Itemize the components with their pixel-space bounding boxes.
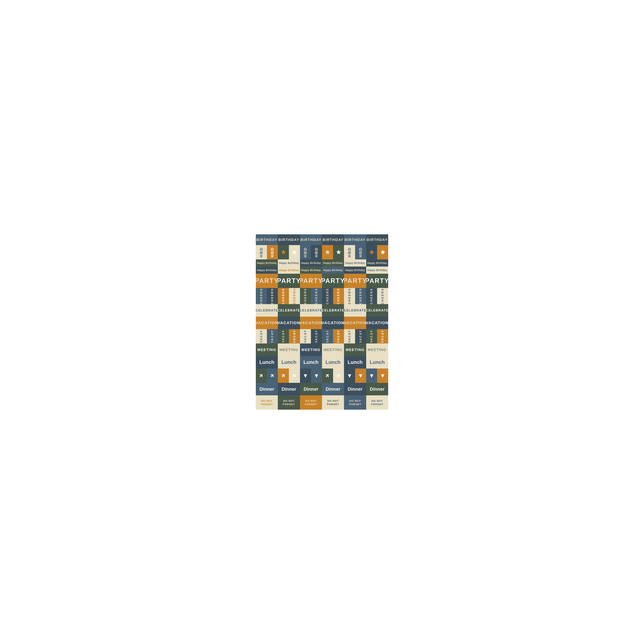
dinner-cell-3: Dinner [300,383,322,395]
arrow-cell-6b: ▼ [377,369,388,383]
star-cell-4b: ★ [333,245,344,259]
plane-cell-2a: ✈ [278,369,289,383]
vacay-cell-1b: VACAY [267,329,278,343]
cheers-cell-3b: CHEERS [311,288,322,304]
row-celebrate: CELEBRATE CELEBRATE CELEBRATE CELEBRATE … [256,304,388,317]
celebrate-cell-4: CELEBRATE [322,304,344,317]
dinner-cell-1: Dinner [256,383,278,395]
plane-cell-1b: ✈ [267,369,278,383]
vacay-cell-5b: VACAY [355,329,366,343]
cheers-cell-2a: CHEERS [278,288,289,304]
vacay-cell-3a: VACAY [300,329,311,343]
row-lunch: Lunch Lunch Lunch Lunch Lunch Lunch [256,356,388,369]
row-donotforget: DO NOTFORGET DO NOTFORGET DO NOTFORGET D… [256,395,388,410]
celebrate-cell-3: CELEBRATE [300,304,322,317]
hbday1-cell-1: Happy Birthday [256,259,278,267]
hbd-cell-5a: HBD [344,245,355,259]
party-cell-5: PARTY [344,274,366,288]
vacation-cell-4: VACATION [322,317,344,329]
vacay-cell-4b: VACAY [333,329,344,343]
lunch-cell-3: Lunch [300,356,322,369]
hbday2-cell-5: Happy Birthday [344,267,366,274]
hbday1-cell-6: Happy Birthday [366,259,388,267]
party-cell-1: PARTY [256,274,278,288]
birthday-cell-6: BIRTHDAY [366,234,388,245]
dinner-cell-2: Dinner [278,383,300,395]
lunch-cell-1: Lunch [256,356,278,369]
vacay-cell-6a: VACAY [366,329,377,343]
vacay-cell-5a: VACAY [344,329,355,343]
cheers-cell-6a: CHEERS [366,288,377,304]
meeting-cell-1: MEETING [256,343,278,356]
dnf-cell-4: DO NOTFORGET [322,395,344,410]
row-vacation: VACATION VACATION VACATION VACATION VACA… [256,317,388,329]
birthday-cell-2: BIRTHDAY [278,234,300,245]
plane-cell-1a: ✈ [256,369,267,383]
dinner-cell-5: Dinner [344,383,366,395]
hbd-cell-5b: HBD [355,245,366,259]
cheers-cell-5a: CHEERS [344,288,355,304]
meeting-cell-5: MEETING [344,343,366,356]
hbd-cell-3a: HBD [300,245,311,259]
celebrate-cell-2: CELEBRATE [278,304,300,317]
cheers-cell-1a: CHEERS [256,288,267,304]
row-birthday: BIRTHDAY BIRTHDAY BIRTHDAY BIRTHDAY BIRT… [256,234,388,245]
star-cell-2a: ★ [278,245,289,259]
hbday2-cell-3: Happy Birthday [300,267,322,274]
vacation-cell-6: VACATION [366,317,388,329]
dnf-cell-2: DO NOTFORGET [278,395,300,410]
plane-cell-4a: ✈ [322,369,333,383]
star-cell-6b: ★ [377,245,388,259]
arrow-cell-3b: ▼ [311,369,322,383]
arrow-cell-5a: ▼ [344,369,355,383]
vacay-cell-1a: VACAY [256,329,267,343]
hbday1-cell-4: Happy Birthday [322,259,344,267]
birthday-cell-4: BIRTHDAY [322,234,344,245]
dnf-cell-1: DO NOTFORGET [256,395,278,410]
vacation-cell-2: VACATION [278,317,300,329]
vacation-cell-3: VACATION [300,317,322,329]
hbd-cell-1a: HBD [256,245,267,259]
hbd-cell-1b: HBD [267,245,278,259]
row-cheers: CHEERS CHEERS CHEERS CHEERS CHEERS CHEER… [256,288,388,304]
row-happybday1: Happy Birthday Happy Birthday Happy Birt… [256,259,388,267]
hbday1-cell-2: Happy Birthday [278,259,300,267]
arrow-cell-3a: ▼ [300,369,311,383]
cheers-cell-4b: CHEERS [333,288,344,304]
main-grid: BIRTHDAY BIRTHDAY BIRTHDAY BIRTHDAY BIRT… [252,231,392,413]
meeting-cell-6: MEETING [366,343,388,356]
lunch-cell-6: Lunch [366,356,388,369]
celebrate-cell-1: CELEBRATE [256,304,278,317]
cheers-cell-1b: CHEERS [267,288,278,304]
hbday1-cell-3: Happy Birthday [300,259,322,267]
party-cell-4: PARTY [322,274,344,288]
lunch-cell-5: Lunch [344,356,366,369]
hbday2-cell-4: Happy Birthday [322,267,344,274]
vacay-cell-3b: VACAY [311,329,322,343]
hbd-cell-3b: HBD [311,245,322,259]
arrow-cell-5b: ▼ [355,369,366,383]
vacation-cell-5: VACATION [344,317,366,329]
row-vacay: VACAY VACAY VACAY VACAY VACAY VACAY VACA… [256,329,388,343]
party-cell-2: PARTY [278,274,300,288]
dnf-cell-6: DO NOTFORGET [366,395,388,410]
lunch-cell-4: Lunch [322,356,344,369]
cheers-cell-3a: CHEERS [300,288,311,304]
cheers-cell-6b: CHEERS [377,288,388,304]
cheers-cell-2b: CHEERS [289,288,300,304]
dinner-cell-4: Dinner [322,383,344,395]
arrow-cell-6a: ▼ [366,369,377,383]
hbday2-cell-6: Happy Birthday [366,267,388,274]
cheers-cell-4a: CHEERS [322,288,333,304]
birthday-cell-1: BIRTHDAY [256,234,278,245]
star-cell-4a: ★ [322,245,333,259]
hbday1-cell-5: Happy Birthday [344,259,366,267]
meeting-cell-3: MEETING [300,343,322,356]
plane-cell-2b: ✈ [289,369,300,383]
star-cell-6a: ★ [366,245,377,259]
meeting-cell-4: MEETING [322,343,344,356]
row-happybday2: Happy Birthday Happy Birthday Happy Birt… [256,267,388,274]
row-meeting: MEETING MEETING MEETING MEETING MEETING … [256,343,388,356]
dnf-cell-3: DO NOTFORGET [300,395,322,410]
cheers-cell-5b: CHEERS [355,288,366,304]
